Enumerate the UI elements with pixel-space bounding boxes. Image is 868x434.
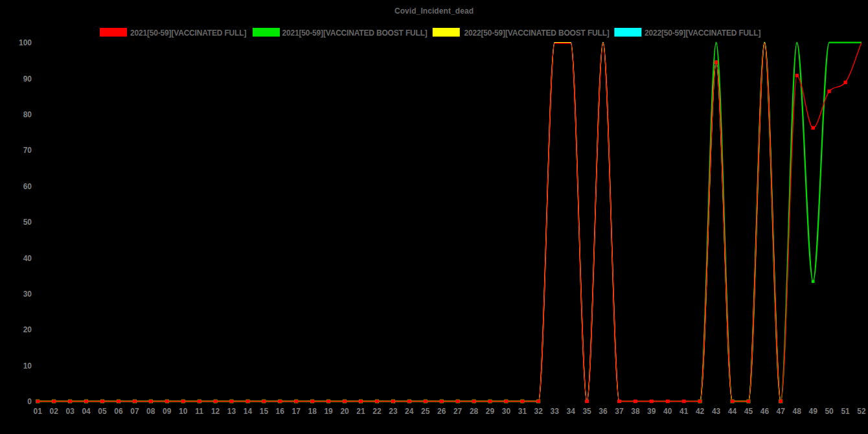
- svg-text:24: 24: [405, 407, 414, 416]
- svg-text:2022[50-59][VACCINATED FULL]: 2022[50-59][VACCINATED FULL]: [645, 29, 760, 38]
- svg-text:01: 01: [34, 407, 43, 416]
- svg-text:60: 60: [23, 182, 32, 191]
- svg-text:10: 10: [179, 407, 188, 416]
- svg-text:10: 10: [23, 361, 32, 371]
- svg-text:30: 30: [23, 290, 32, 299]
- svg-text:20: 20: [23, 325, 32, 334]
- svg-text:47: 47: [777, 407, 786, 416]
- svg-text:04: 04: [82, 407, 91, 416]
- svg-text:49: 49: [809, 407, 818, 416]
- svg-text:06: 06: [114, 407, 123, 416]
- svg-text:2021[50-59][VACCINATED FULL]: 2021[50-59][VACCINATED FULL]: [130, 29, 246, 38]
- svg-text:27: 27: [453, 407, 463, 416]
- svg-text:46: 46: [760, 407, 770, 416]
- svg-text:48: 48: [793, 407, 802, 416]
- svg-text:50: 50: [23, 218, 32, 227]
- svg-text:07: 07: [130, 407, 139, 416]
- svg-text:25: 25: [421, 407, 430, 416]
- svg-text:51: 51: [841, 407, 850, 416]
- svg-text:2021[50-59][VACCINATED BOOST F: 2021[50-59][VACCINATED BOOST FULL]: [282, 29, 428, 38]
- svg-text:23: 23: [389, 407, 398, 416]
- svg-text:0: 0: [27, 397, 32, 406]
- svg-text:02: 02: [50, 407, 59, 416]
- svg-text:37: 37: [615, 407, 624, 416]
- svg-text:18: 18: [308, 407, 317, 416]
- svg-text:31: 31: [518, 407, 527, 416]
- svg-text:52: 52: [857, 407, 866, 416]
- svg-text:35: 35: [582, 407, 591, 416]
- svg-text:20: 20: [340, 407, 349, 416]
- svg-text:90: 90: [23, 74, 32, 84]
- svg-text:15: 15: [260, 407, 269, 416]
- svg-text:39: 39: [647, 407, 656, 416]
- svg-text:14: 14: [244, 407, 253, 416]
- svg-text:50: 50: [825, 407, 834, 416]
- svg-text:70: 70: [23, 146, 32, 155]
- svg-text:30: 30: [502, 407, 511, 416]
- svg-text:41: 41: [680, 407, 689, 416]
- svg-text:03: 03: [66, 407, 75, 416]
- svg-text:29: 29: [486, 407, 495, 416]
- svg-text:08: 08: [146, 407, 155, 416]
- svg-text:40: 40: [23, 254, 32, 263]
- svg-text:44: 44: [728, 407, 737, 416]
- svg-text:34: 34: [567, 407, 576, 416]
- svg-text:21: 21: [356, 407, 365, 416]
- svg-text:36: 36: [599, 407, 608, 416]
- svg-text:12: 12: [211, 407, 220, 416]
- svg-text:13: 13: [227, 407, 236, 416]
- svg-text:42: 42: [696, 407, 705, 416]
- svg-text:16: 16: [276, 407, 285, 416]
- svg-text:19: 19: [324, 407, 333, 416]
- svg-text:09: 09: [163, 407, 172, 416]
- svg-text:05: 05: [98, 407, 107, 416]
- svg-text:100: 100: [19, 38, 32, 47]
- svg-text:Covid_Incident_dead: Covid_Incident_dead: [394, 6, 474, 16]
- svg-text:43: 43: [712, 407, 721, 416]
- svg-text:26: 26: [437, 407, 446, 416]
- svg-text:32: 32: [534, 407, 543, 416]
- svg-text:38: 38: [631, 407, 640, 416]
- svg-text:80: 80: [23, 110, 32, 119]
- svg-text:17: 17: [292, 407, 301, 416]
- svg-text:28: 28: [470, 407, 479, 416]
- svg-text:22: 22: [372, 407, 382, 416]
- svg-text:2022[50-59][VACCINATED BOOST F: 2022[50-59][VACCINATED BOOST FULL]: [464, 29, 610, 38]
- svg-text:11: 11: [195, 407, 203, 416]
- svg-text:45: 45: [744, 407, 753, 416]
- svg-text:33: 33: [551, 407, 560, 416]
- svg-text:40: 40: [663, 407, 672, 416]
